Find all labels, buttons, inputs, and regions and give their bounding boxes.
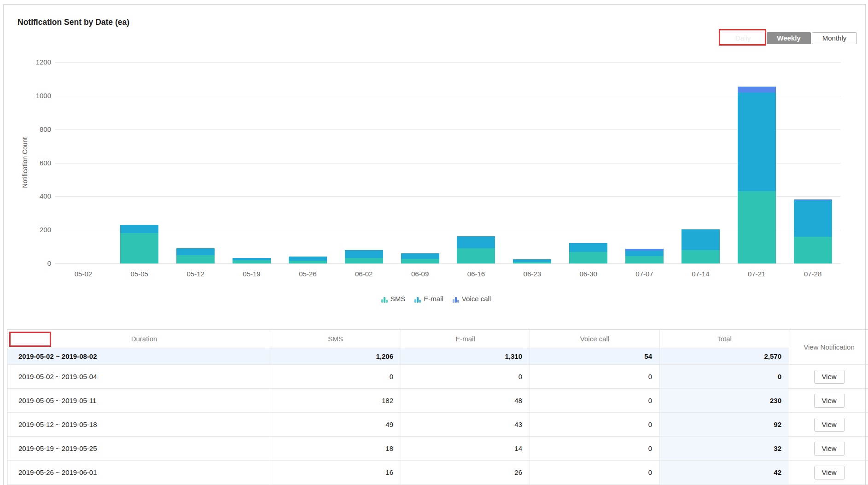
x-tick-label: 06-30 (560, 270, 617, 278)
view-button[interactable]: View (814, 466, 845, 479)
y-tick-label: 0 (17, 259, 51, 267)
view-cell: View (789, 437, 868, 461)
bar-segment-sms (513, 262, 551, 263)
col-header-voice: Voice call (530, 330, 660, 348)
col-header-view-notification: View Notification (789, 330, 868, 365)
y-tick-label: 600 (17, 159, 51, 167)
x-tick-label: 07-28 (785, 270, 841, 278)
stacked-bar-07-21 (738, 87, 776, 263)
total-email: 1,310 (401, 348, 530, 365)
x-tick-label: 05-12 (168, 270, 224, 278)
view-button[interactable]: View (814, 394, 845, 408)
bar-segment-sms (401, 259, 439, 263)
bar-segment-sms (457, 248, 495, 263)
bar-segment-e-mail (682, 229, 720, 250)
table-cell: 0 (530, 413, 660, 437)
bar-segment-sms (738, 191, 776, 263)
mini-bar-chart-icon (381, 297, 388, 303)
legend-item-sms: SMS (381, 295, 406, 303)
table-cell: 42 (660, 461, 789, 485)
legend-item-e-mail: E-mail (414, 295, 443, 303)
bar-segment-e-mail (457, 236, 495, 248)
table-cell: 14 (401, 437, 530, 461)
table-cell: 0 (530, 365, 660, 389)
table-row: 2019-05-05 ~ 2019-05-11182480230View (8, 389, 868, 413)
bar-segment-voice-call (738, 87, 776, 93)
bar-slot-06-02 (336, 62, 392, 263)
bar-segment-e-mail (401, 253, 439, 259)
view-cell: View (789, 389, 868, 413)
table-cell: 0 (270, 365, 401, 389)
stacked-bar-07-28 (794, 199, 832, 263)
table-cell: 0 (530, 437, 660, 461)
y-tick-label: 800 (17, 125, 51, 133)
total-sms: 1,206 (270, 348, 401, 365)
bar-slot-05-26 (280, 62, 336, 263)
view-cell: View (789, 365, 868, 389)
x-tick-label: 06-23 (504, 270, 560, 278)
x-tick-label: 05-26 (280, 270, 336, 278)
annotation-box-daily-button (719, 29, 766, 46)
y-tick-label: 1200 (17, 58, 51, 66)
view-cell: View (789, 413, 868, 437)
notification-panel: Notification Sent by Date (ea) Daily Wee… (3, 4, 866, 485)
notification-table: Duration SMS E-mail Voice call Total Vie… (7, 329, 868, 485)
bar-segment-sms (233, 260, 271, 263)
legend-label: SMS (390, 295, 406, 303)
y-tick-label: 400 (17, 192, 51, 200)
bar-segment-sms (345, 258, 383, 263)
bar-slot-06-16 (448, 62, 504, 263)
bar-slot-05-12 (168, 62, 224, 263)
bar-segment-sms (176, 255, 215, 263)
total-voice: 54 (530, 348, 660, 365)
stacked-bar-06-30 (569, 243, 607, 263)
view-button[interactable]: View (814, 418, 845, 432)
bar-segment-sms (682, 250, 720, 263)
col-header-sms: SMS (270, 330, 401, 348)
legend-item-voice-call: Voice call (453, 295, 491, 303)
table-row: 2019-05-19 ~ 2019-05-251814032View (8, 437, 868, 461)
stacked-bar-06-02 (345, 250, 383, 263)
stacked-bar-05-26 (289, 257, 327, 263)
table-cell: 182 (270, 389, 401, 413)
table-row: 2019-05-02 ~ 2019-05-040000View (8, 365, 868, 389)
x-tick-label: 06-09 (392, 270, 448, 278)
bar-segment-sms (569, 252, 607, 263)
stacked-bar-06-23 (513, 259, 551, 263)
x-tick-label: 05-05 (111, 270, 168, 278)
table-cell: 18 (270, 437, 401, 461)
view-button[interactable]: View (814, 370, 845, 384)
bar-segment-e-mail (794, 200, 832, 236)
table-cell: 2019-05-05 ~ 2019-05-11 (8, 389, 270, 413)
bar-segment-sms (625, 256, 664, 263)
table-row: 2019-05-12 ~ 2019-05-184943092View (8, 413, 868, 437)
table-cell: 2019-05-12 ~ 2019-05-18 (8, 413, 270, 437)
table-cell: 48 (401, 389, 530, 413)
x-tick-label: 06-02 (336, 270, 392, 278)
bar-segment-sms (794, 237, 832, 263)
stacked-bar-05-19 (233, 258, 271, 263)
monthly-button[interactable]: Monthly (812, 32, 857, 44)
bar-slot-05-19 (224, 62, 280, 263)
chart-bars (55, 62, 841, 263)
y-tick-label: 200 (17, 226, 51, 234)
col-header-total: Total (660, 330, 789, 348)
bar-slot-05-02 (55, 62, 111, 263)
bar-slot-06-09 (392, 62, 448, 263)
bar-segment-e-mail (120, 225, 158, 233)
weekly-button[interactable]: Weekly (767, 32, 811, 44)
x-tick-label: 07-21 (728, 270, 785, 278)
bar-slot-06-30 (560, 62, 617, 263)
bar-slot-07-07 (617, 62, 673, 263)
annotation-box-duration-header (9, 332, 51, 347)
table-cell: 0 (530, 461, 660, 485)
y-tick-label: 1000 (17, 92, 51, 99)
table-cell: 43 (401, 413, 530, 437)
stacked-bar-06-16 (457, 236, 495, 263)
chart-legend: SMSE-mailVoice call (7, 295, 865, 303)
bar-segment-sms (120, 233, 158, 263)
bar-segment-sms (289, 261, 327, 263)
bar-slot-07-21 (728, 62, 785, 263)
view-button[interactable]: View (814, 442, 845, 456)
page-title: Notification Sent by Date (ea) (17, 18, 129, 27)
